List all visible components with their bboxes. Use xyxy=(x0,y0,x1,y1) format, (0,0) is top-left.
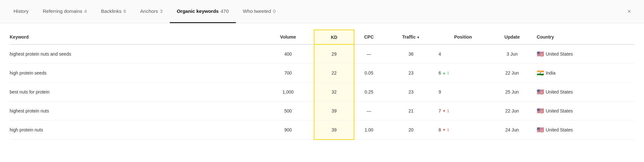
tab-anchors[interactable]: Anchors3 xyxy=(133,0,169,23)
col-header-keyword: Keyword xyxy=(10,30,265,44)
kd-cell: 22 xyxy=(314,64,354,83)
kd-cell: 29 xyxy=(314,44,354,64)
kd-cell: 39 xyxy=(314,102,354,121)
position-value-group: 8▼1 xyxy=(438,127,487,132)
position-cell: 9 xyxy=(438,83,491,102)
main-container: HistoryReferring domains4Backlinks6Ancho… xyxy=(0,0,644,162)
country-value-group: 🇺🇸United States xyxy=(537,107,631,114)
tab-count: 470 xyxy=(221,8,229,14)
country-cell: 🇺🇸United States xyxy=(537,44,634,64)
kd-cell: 32 xyxy=(314,83,354,102)
update-cell: 22 Jun xyxy=(491,64,537,83)
volume-cell: 700 xyxy=(265,64,314,83)
position-value-group: 7▼1 xyxy=(438,108,487,113)
kd-cell: 39 xyxy=(314,121,354,140)
country-cell: 🇺🇸United States xyxy=(537,121,634,140)
col-header-traffic[interactable]: Traffic▼ xyxy=(387,30,438,44)
tab-count: 3 xyxy=(160,8,162,14)
tab-history[interactable]: History xyxy=(6,0,36,23)
arrow-down-icon: ▼ xyxy=(442,109,446,113)
tab-label: Referring domains xyxy=(43,8,82,14)
traffic-cell: 23 xyxy=(387,83,438,102)
flag-icon: 🇺🇸 xyxy=(537,107,544,114)
update-cell: 25 Jun xyxy=(491,83,537,102)
position-value: 7 xyxy=(438,108,441,113)
tab-count: 6 xyxy=(123,8,126,14)
volume-cell: 900 xyxy=(265,121,314,140)
tab-label: Who tweeted xyxy=(243,8,271,14)
col-header-country: Country xyxy=(537,30,634,44)
traffic-cell: 23 xyxy=(387,64,438,83)
flag-icon: 🇺🇸 xyxy=(537,126,544,133)
keyword-cell: highest protein nuts and seeds xyxy=(10,44,265,64)
position-value: 9 xyxy=(438,89,441,94)
tab-label: Backlinks xyxy=(101,8,121,14)
close-button[interactable]: × xyxy=(621,0,638,23)
country-cell: 🇺🇸United States xyxy=(537,83,634,102)
table-section: KeywordVolumeKDCPCTraffic▼PositionUpdate… xyxy=(0,23,644,146)
col-header-volume: Volume xyxy=(265,30,314,44)
country-name: United States xyxy=(546,51,573,57)
country-name: India xyxy=(546,70,555,76)
tabs-container: HistoryReferring domains4Backlinks6Ancho… xyxy=(6,0,621,23)
tab-count: 0 xyxy=(273,8,275,14)
tab-backlinks[interactable]: Backlinks6 xyxy=(94,0,133,23)
country-name: United States xyxy=(546,89,573,94)
tab-who-tweeted[interactable]: Who tweeted0 xyxy=(236,0,283,23)
update-cell: 22 Jun xyxy=(491,102,537,121)
update-cell: 24 Jun xyxy=(491,121,537,140)
table-row: highest protein nuts50039—217▼122 Jun🇺🇸U… xyxy=(10,102,634,121)
tab-count: 4 xyxy=(84,8,87,14)
tab-bar: HistoryReferring domains4Backlinks6Ancho… xyxy=(0,0,644,23)
table-row: high protein nuts900391.00208▼124 Jun🇺🇸U… xyxy=(10,121,634,140)
position-cell: 6▲1 xyxy=(438,64,491,83)
position-value: 8 xyxy=(438,127,441,132)
flag-icon: 🇺🇸 xyxy=(537,50,544,58)
country-value-group: 🇺🇸United States xyxy=(537,88,631,95)
keywords-table: KeywordVolumeKDCPCTraffic▼PositionUpdate… xyxy=(10,30,634,140)
traffic-cell: 21 xyxy=(387,102,438,121)
tab-label: Anchors xyxy=(140,8,158,14)
tab-label: Organic keywords xyxy=(177,8,219,14)
volume-cell: 500 xyxy=(265,102,314,121)
volume-cell: 400 xyxy=(265,44,314,64)
traffic-cell: 20 xyxy=(387,121,438,140)
flag-icon: 🇮🇳 xyxy=(537,69,544,76)
table-row: high protein seeds700220.05236▲122 Jun🇮🇳… xyxy=(10,64,634,83)
cpc-cell: 0.25 xyxy=(354,83,387,102)
table-row: highest protein nuts and seeds40029—3643… xyxy=(10,44,634,64)
cpc-cell: 0.05 xyxy=(354,64,387,83)
tab-referring-domains[interactable]: Referring domains4 xyxy=(36,0,94,23)
col-header-update: Update xyxy=(491,30,537,44)
traffic-cell: 36 xyxy=(387,44,438,64)
position-cell: 4 xyxy=(438,44,491,64)
position-change: 1 xyxy=(447,128,449,132)
cpc-cell: 1.00 xyxy=(354,121,387,140)
position-value-group: 6▲1 xyxy=(438,70,487,76)
position-change: 1 xyxy=(447,71,449,75)
tab-label: History xyxy=(14,8,29,14)
arrow-down-icon: ▼ xyxy=(442,128,446,132)
country-name: United States xyxy=(546,127,573,132)
update-cell: 3 Jun xyxy=(491,44,537,64)
country-value-group: 🇮🇳India xyxy=(537,69,631,76)
position-cell: 8▼1 xyxy=(438,121,491,140)
arrow-up-icon: ▲ xyxy=(442,71,446,75)
col-header-kd: KD xyxy=(314,30,354,44)
volume-cell: 1,000 xyxy=(265,83,314,102)
tab-organic-keywords[interactable]: Organic keywords470 xyxy=(170,0,236,23)
cpc-cell: — xyxy=(354,44,387,64)
country-value-group: 🇺🇸United States xyxy=(537,126,631,133)
col-header-cpc: CPC xyxy=(354,30,387,44)
country-value-group: 🇺🇸United States xyxy=(537,50,631,58)
country-cell: 🇺🇸United States xyxy=(537,102,634,121)
position-value: 6 xyxy=(438,70,441,76)
table-row: best nuts for protein1,000320.2523925 Ju… xyxy=(10,83,634,102)
position-value-group: 9 xyxy=(438,89,487,94)
flag-icon: 🇺🇸 xyxy=(537,88,544,95)
keyword-cell: high protein nuts xyxy=(10,121,265,140)
position-cell: 7▼1 xyxy=(438,102,491,121)
keyword-cell: high protein seeds xyxy=(10,64,265,83)
position-value: 4 xyxy=(438,51,441,57)
position-change: 1 xyxy=(447,109,449,113)
